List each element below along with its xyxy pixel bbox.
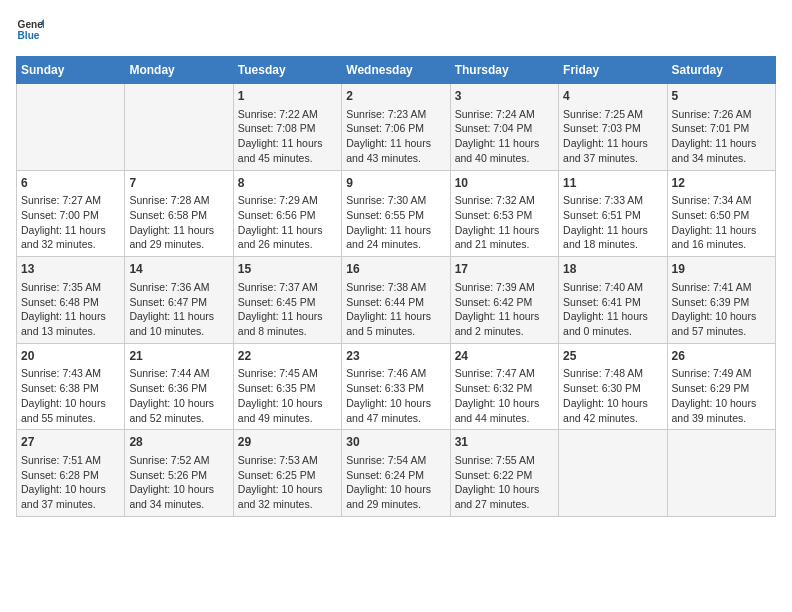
calendar-cell: 25Sunrise: 7:48 AMSunset: 6:30 PMDayligh… bbox=[559, 343, 667, 430]
calendar-cell: 4Sunrise: 7:25 AMSunset: 7:03 PMDaylight… bbox=[559, 84, 667, 171]
calendar-table: SundayMondayTuesdayWednesdayThursdayFrid… bbox=[16, 56, 776, 517]
header-thursday: Thursday bbox=[450, 57, 558, 84]
calendar-cell: 21Sunrise: 7:44 AMSunset: 6:36 PMDayligh… bbox=[125, 343, 233, 430]
day-number: 13 bbox=[21, 261, 120, 278]
day-number: 8 bbox=[238, 175, 337, 192]
day-number: 17 bbox=[455, 261, 554, 278]
day-number: 18 bbox=[563, 261, 662, 278]
logo: General Blue bbox=[16, 16, 48, 44]
calendar-cell: 22Sunrise: 7:45 AMSunset: 6:35 PMDayligh… bbox=[233, 343, 341, 430]
day-info: Sunrise: 7:33 AMSunset: 6:51 PMDaylight:… bbox=[563, 193, 662, 252]
day-number: 24 bbox=[455, 348, 554, 365]
day-number: 7 bbox=[129, 175, 228, 192]
day-number: 30 bbox=[346, 434, 445, 451]
day-number: 1 bbox=[238, 88, 337, 105]
day-number: 21 bbox=[129, 348, 228, 365]
calendar-cell bbox=[125, 84, 233, 171]
header-row: SundayMondayTuesdayWednesdayThursdayFrid… bbox=[17, 57, 776, 84]
calendar-cell: 6Sunrise: 7:27 AMSunset: 7:00 PMDaylight… bbox=[17, 170, 125, 257]
day-info: Sunrise: 7:40 AMSunset: 6:41 PMDaylight:… bbox=[563, 280, 662, 339]
calendar-cell: 7Sunrise: 7:28 AMSunset: 6:58 PMDaylight… bbox=[125, 170, 233, 257]
day-number: 19 bbox=[672, 261, 771, 278]
week-row-1: 1Sunrise: 7:22 AMSunset: 7:08 PMDaylight… bbox=[17, 84, 776, 171]
calendar-cell: 10Sunrise: 7:32 AMSunset: 6:53 PMDayligh… bbox=[450, 170, 558, 257]
day-number: 31 bbox=[455, 434, 554, 451]
calendar-cell: 11Sunrise: 7:33 AMSunset: 6:51 PMDayligh… bbox=[559, 170, 667, 257]
day-info: Sunrise: 7:43 AMSunset: 6:38 PMDaylight:… bbox=[21, 366, 120, 425]
header-friday: Friday bbox=[559, 57, 667, 84]
calendar-cell: 26Sunrise: 7:49 AMSunset: 6:29 PMDayligh… bbox=[667, 343, 775, 430]
day-number: 11 bbox=[563, 175, 662, 192]
calendar-cell: 24Sunrise: 7:47 AMSunset: 6:32 PMDayligh… bbox=[450, 343, 558, 430]
day-info: Sunrise: 7:22 AMSunset: 7:08 PMDaylight:… bbox=[238, 107, 337, 166]
day-number: 16 bbox=[346, 261, 445, 278]
day-info: Sunrise: 7:29 AMSunset: 6:56 PMDaylight:… bbox=[238, 193, 337, 252]
calendar-cell: 14Sunrise: 7:36 AMSunset: 6:47 PMDayligh… bbox=[125, 257, 233, 344]
calendar-cell: 19Sunrise: 7:41 AMSunset: 6:39 PMDayligh… bbox=[667, 257, 775, 344]
day-info: Sunrise: 7:37 AMSunset: 6:45 PMDaylight:… bbox=[238, 280, 337, 339]
day-info: Sunrise: 7:36 AMSunset: 6:47 PMDaylight:… bbox=[129, 280, 228, 339]
day-info: Sunrise: 7:32 AMSunset: 6:53 PMDaylight:… bbox=[455, 193, 554, 252]
day-number: 27 bbox=[21, 434, 120, 451]
calendar-cell: 16Sunrise: 7:38 AMSunset: 6:44 PMDayligh… bbox=[342, 257, 450, 344]
day-number: 28 bbox=[129, 434, 228, 451]
day-number: 22 bbox=[238, 348, 337, 365]
week-row-3: 13Sunrise: 7:35 AMSunset: 6:48 PMDayligh… bbox=[17, 257, 776, 344]
page-header: General Blue bbox=[16, 16, 776, 44]
calendar-cell bbox=[667, 430, 775, 517]
day-info: Sunrise: 7:27 AMSunset: 7:00 PMDaylight:… bbox=[21, 193, 120, 252]
header-tuesday: Tuesday bbox=[233, 57, 341, 84]
day-number: 12 bbox=[672, 175, 771, 192]
day-info: Sunrise: 7:23 AMSunset: 7:06 PMDaylight:… bbox=[346, 107, 445, 166]
day-info: Sunrise: 7:30 AMSunset: 6:55 PMDaylight:… bbox=[346, 193, 445, 252]
day-number: 26 bbox=[672, 348, 771, 365]
day-info: Sunrise: 7:41 AMSunset: 6:39 PMDaylight:… bbox=[672, 280, 771, 339]
day-info: Sunrise: 7:48 AMSunset: 6:30 PMDaylight:… bbox=[563, 366, 662, 425]
day-number: 15 bbox=[238, 261, 337, 278]
day-info: Sunrise: 7:46 AMSunset: 6:33 PMDaylight:… bbox=[346, 366, 445, 425]
day-number: 25 bbox=[563, 348, 662, 365]
calendar-cell: 12Sunrise: 7:34 AMSunset: 6:50 PMDayligh… bbox=[667, 170, 775, 257]
day-info: Sunrise: 7:25 AMSunset: 7:03 PMDaylight:… bbox=[563, 107, 662, 166]
day-info: Sunrise: 7:24 AMSunset: 7:04 PMDaylight:… bbox=[455, 107, 554, 166]
day-number: 6 bbox=[21, 175, 120, 192]
day-number: 3 bbox=[455, 88, 554, 105]
day-number: 23 bbox=[346, 348, 445, 365]
day-info: Sunrise: 7:39 AMSunset: 6:42 PMDaylight:… bbox=[455, 280, 554, 339]
calendar-cell bbox=[17, 84, 125, 171]
calendar-cell: 1Sunrise: 7:22 AMSunset: 7:08 PMDaylight… bbox=[233, 84, 341, 171]
calendar-cell: 17Sunrise: 7:39 AMSunset: 6:42 PMDayligh… bbox=[450, 257, 558, 344]
day-info: Sunrise: 7:54 AMSunset: 6:24 PMDaylight:… bbox=[346, 453, 445, 512]
calendar-cell: 3Sunrise: 7:24 AMSunset: 7:04 PMDaylight… bbox=[450, 84, 558, 171]
day-number: 4 bbox=[563, 88, 662, 105]
day-number: 2 bbox=[346, 88, 445, 105]
calendar-cell: 23Sunrise: 7:46 AMSunset: 6:33 PMDayligh… bbox=[342, 343, 450, 430]
day-info: Sunrise: 7:55 AMSunset: 6:22 PMDaylight:… bbox=[455, 453, 554, 512]
day-info: Sunrise: 7:45 AMSunset: 6:35 PMDaylight:… bbox=[238, 366, 337, 425]
header-saturday: Saturday bbox=[667, 57, 775, 84]
calendar-cell: 28Sunrise: 7:52 AMSunset: 5:26 PMDayligh… bbox=[125, 430, 233, 517]
logo-icon: General Blue bbox=[16, 16, 44, 44]
day-number: 20 bbox=[21, 348, 120, 365]
day-number: 5 bbox=[672, 88, 771, 105]
day-number: 14 bbox=[129, 261, 228, 278]
day-info: Sunrise: 7:49 AMSunset: 6:29 PMDaylight:… bbox=[672, 366, 771, 425]
day-info: Sunrise: 7:34 AMSunset: 6:50 PMDaylight:… bbox=[672, 193, 771, 252]
day-info: Sunrise: 7:35 AMSunset: 6:48 PMDaylight:… bbox=[21, 280, 120, 339]
day-info: Sunrise: 7:47 AMSunset: 6:32 PMDaylight:… bbox=[455, 366, 554, 425]
day-info: Sunrise: 7:51 AMSunset: 6:28 PMDaylight:… bbox=[21, 453, 120, 512]
day-number: 10 bbox=[455, 175, 554, 192]
svg-text:General: General bbox=[18, 19, 44, 30]
svg-text:Blue: Blue bbox=[18, 30, 40, 41]
day-info: Sunrise: 7:28 AMSunset: 6:58 PMDaylight:… bbox=[129, 193, 228, 252]
day-number: 9 bbox=[346, 175, 445, 192]
day-info: Sunrise: 7:38 AMSunset: 6:44 PMDaylight:… bbox=[346, 280, 445, 339]
header-sunday: Sunday bbox=[17, 57, 125, 84]
calendar-cell: 2Sunrise: 7:23 AMSunset: 7:06 PMDaylight… bbox=[342, 84, 450, 171]
day-info: Sunrise: 7:44 AMSunset: 6:36 PMDaylight:… bbox=[129, 366, 228, 425]
calendar-cell: 8Sunrise: 7:29 AMSunset: 6:56 PMDaylight… bbox=[233, 170, 341, 257]
header-monday: Monday bbox=[125, 57, 233, 84]
day-info: Sunrise: 7:26 AMSunset: 7:01 PMDaylight:… bbox=[672, 107, 771, 166]
day-info: Sunrise: 7:53 AMSunset: 6:25 PMDaylight:… bbox=[238, 453, 337, 512]
day-info: Sunrise: 7:52 AMSunset: 5:26 PMDaylight:… bbox=[129, 453, 228, 512]
